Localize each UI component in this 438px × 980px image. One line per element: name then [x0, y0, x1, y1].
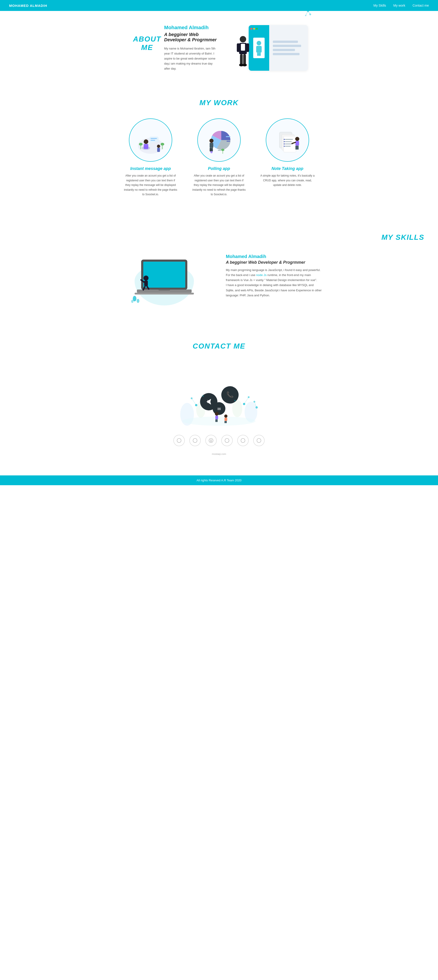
skills-right: Mohamed Almadih A begginer Web Developer…: [226, 254, 322, 298]
svg-rect-27: [157, 148, 160, 152]
svg-rect-24: [151, 138, 157, 139]
nav-link-work[interactable]: My work: [393, 4, 405, 7]
svg-point-103: [177, 438, 181, 442]
svg-point-88: [224, 415, 228, 418]
svg-rect-4: [246, 43, 249, 52]
svg-point-29: [139, 143, 143, 146]
work-circle-2: [266, 118, 309, 162]
social-icon-5[interactable]: [237, 435, 248, 446]
profile-line-1: [273, 41, 298, 43]
svg-rect-49: [285, 146, 291, 147]
svg-rect-35: [218, 150, 221, 151]
work-item-title-1: Polling app: [192, 166, 246, 171]
profile-person-icon: [254, 40, 263, 56]
svg-line-100: [192, 398, 196, 405]
contact-title: CONTACT ME: [14, 342, 424, 350]
profile-card-blue: [248, 25, 269, 71]
svg-point-111: [257, 438, 261, 442]
svg-rect-63: [159, 289, 170, 290]
note-taking-illustration: [270, 123, 304, 157]
svg-rect-60: [143, 262, 185, 288]
contact-illustration-wrapper: ➤ 📞 ✉: [14, 360, 424, 428]
person-figure-svg: [235, 34, 251, 71]
svg-rect-6: [243, 54, 246, 65]
profile-card: [248, 25, 308, 71]
svg-point-52: [284, 143, 285, 145]
about-subtitle: A begginer Web Developer & Progrmmer: [164, 32, 217, 43]
svg-point-50: [284, 139, 285, 140]
svg-point-54: [295, 137, 299, 141]
svg-rect-3: [237, 43, 239, 52]
deco-branch: [299, 9, 312, 25]
work-item-desc-1: After you ceate an acount you get a list…: [192, 173, 246, 197]
svg-point-104: [193, 438, 197, 442]
dot-yellow: [253, 28, 255, 30]
svg-point-109: [225, 438, 229, 442]
svg-rect-91: [226, 421, 227, 423]
svg-point-20: [144, 139, 148, 144]
svg-point-53: [284, 146, 285, 147]
contact-section: CONTACT ME ➤ 📞 ✉: [0, 324, 438, 476]
svg-point-110: [241, 438, 245, 442]
svg-text:➤: ➤: [207, 399, 211, 404]
svg-point-40: [210, 151, 213, 153]
skills-inner: Mohamed Almadih A begginer Web Developer…: [116, 246, 322, 305]
social-icon-2[interactable]: [190, 435, 201, 446]
svg-rect-38: [210, 148, 211, 151]
svg-point-42: [221, 149, 225, 151]
work-item-desc-2: A simple app for takimg notes, it's basi…: [260, 173, 315, 187]
svg-rect-65: [144, 281, 148, 286]
about-section: ABOUT ME Mohamed Almadih A begginer Web …: [116, 11, 322, 80]
work-item-2: Note Taking app A simple app for takimg …: [260, 118, 315, 197]
svg-rect-5: [240, 54, 243, 65]
svg-rect-57: [295, 146, 297, 150]
profile-line-2: [273, 45, 301, 47]
footer-text: All rights Reseved A.R Team 2020: [196, 479, 241, 482]
svg-rect-37: [210, 143, 213, 148]
svg-point-31: [161, 143, 164, 146]
svg-rect-21: [144, 144, 148, 149]
svg-rect-39: [211, 148, 213, 151]
profile-line-3: [273, 49, 295, 51]
profile-card-person: [253, 38, 264, 58]
dot-red: [250, 28, 252, 30]
skills-section: MY SKILLS: [0, 215, 438, 324]
profile-line-4: [273, 53, 299, 55]
nav-link-skills[interactable]: My Skills: [373, 4, 386, 7]
skills-subtitle: A begginer Web Developer & Progrmmer: [226, 260, 322, 265]
about-description: My name is Mohamed Ibrahim, iam 5th year…: [164, 46, 217, 71]
social-icon-6[interactable]: [253, 435, 264, 446]
svg-rect-90: [225, 421, 226, 423]
about-content: Mohamed Almadih A begginer Web Developer…: [164, 25, 308, 71]
work-circle-1: [197, 118, 241, 162]
work-item-desc-0: After you ceate an acount you get a list…: [123, 173, 178, 197]
svg-point-64: [143, 275, 148, 281]
svg-point-76: [183, 417, 255, 426]
svg-rect-55: [295, 141, 299, 146]
svg-point-0: [240, 36, 246, 43]
svg-rect-12: [259, 53, 261, 56]
social-icons-row: [14, 435, 424, 446]
svg-point-70: [137, 299, 139, 303]
nav-link-contact[interactable]: Contact me: [413, 4, 429, 7]
svg-point-105: [209, 438, 213, 442]
social-icon-1[interactable]: [174, 435, 185, 446]
work-item-title-0: Instant message app: [123, 166, 178, 171]
social-icon-3[interactable]: [205, 435, 217, 446]
nodejs-link[interactable]: node Js: [256, 273, 267, 277]
work-section: MY WORK: [0, 80, 438, 215]
about-title: ABOUT ME: [130, 35, 164, 52]
svg-point-36: [209, 139, 213, 143]
svg-point-84: [215, 412, 218, 416]
nav-brand: MOHAMED ALMADIH: [9, 4, 47, 8]
svg-rect-86: [215, 419, 217, 422]
work-grid: Instant message app After you ceate an a…: [14, 118, 424, 197]
watermark: mostaqi.com: [14, 451, 424, 457]
svg-rect-89: [225, 418, 227, 421]
svg-rect-11: [257, 53, 259, 56]
social-icon-4[interactable]: [221, 435, 233, 446]
svg-point-106: [210, 439, 212, 441]
svg-point-51: [284, 141, 285, 142]
skills-title: MY SKILLS: [14, 233, 424, 242]
about-illustration: [235, 25, 308, 71]
